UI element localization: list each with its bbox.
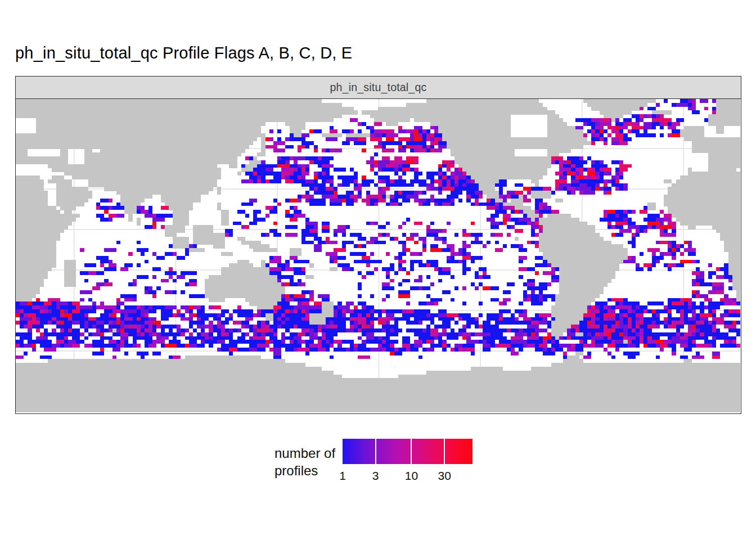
legend-tick-label: 1 (339, 469, 346, 483)
plot-area: ph_in_situ_total_qc (15, 76, 741, 414)
world-map (16, 99, 740, 412)
legend-bar-wrap: 131030 (343, 438, 472, 494)
legend-title: number of profiles (274, 444, 335, 494)
legend-title-line1: number of (274, 444, 335, 462)
facet-label: ph_in_situ_total_qc (330, 81, 427, 94)
plot-page: ph_in_situ_total_qc Profile Flags A, B, … (0, 0, 756, 540)
legend-tick-mark (411, 439, 412, 464)
facet-strip: ph_in_situ_total_qc (15, 76, 741, 99)
legend-tick-mark (375, 439, 376, 464)
legend-tick-label: 30 (438, 469, 451, 483)
legend-tick-mark (444, 439, 445, 464)
legend-tick-label: 3 (372, 469, 379, 483)
legend-tick-label: 10 (405, 469, 418, 483)
page-title: ph_in_situ_total_qc Profile Flags A, B, … (15, 44, 352, 62)
legend-colorbar (343, 439, 472, 464)
legend-title-line2: profiles (274, 462, 335, 479)
legend: number of profiles 131030 (274, 438, 472, 494)
map-panel (15, 99, 741, 414)
